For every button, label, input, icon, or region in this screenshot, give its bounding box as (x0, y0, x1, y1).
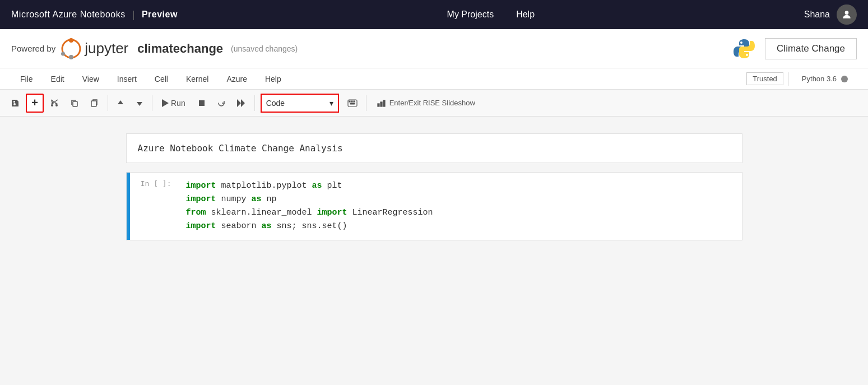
svg-rect-13 (354, 101, 355, 102)
menu-azure[interactable]: Azure (217, 71, 256, 87)
save-button[interactable] (6, 94, 25, 113)
rise-slideshow-button[interactable]: Enter/Exit RISE Slideshow (370, 94, 482, 113)
svg-rect-9 (199, 100, 205, 106)
move-up-button[interactable] (112, 94, 129, 113)
avatar[interactable] (837, 4, 857, 25)
notebook-content: Azure Notebook Climate Change Analysis I… (0, 117, 868, 341)
jupyter-text: jupyter (85, 40, 128, 57)
svg-rect-14 (350, 103, 355, 104)
python-logo-icon (732, 37, 756, 61)
menu-view[interactable]: View (73, 71, 108, 87)
jupyter-icon (60, 38, 82, 60)
run-button[interactable]: Run (156, 94, 192, 113)
keyboard-shortcut-button[interactable] (342, 94, 363, 113)
powered-by-area: Powered by jupyter climatechange (unsave… (11, 38, 298, 60)
toolbar: + Run Code ▾ (0, 90, 868, 117)
keyword-import-2: import (186, 194, 216, 204)
nav-my-projects[interactable]: My Projects (447, 10, 494, 20)
cell-type-value: Code (266, 99, 285, 108)
notebook-title-button[interactable]: Climate Change (765, 38, 857, 59)
svg-point-3 (69, 55, 73, 59)
code-line-2: import numpy as np (186, 193, 736, 206)
keyword-from: from (186, 208, 206, 217)
notebook-inner: Azure Notebook Climate Change Analysis I… (126, 133, 742, 240)
username-label: Shana (804, 10, 830, 20)
svg-rect-17 (383, 100, 385, 106)
menu-divider (788, 72, 788, 86)
top-nav: Microsoft Azure Notebooks | Preview My P… (0, 0, 868, 29)
stop-button[interactable] (193, 94, 211, 113)
svg-rect-8 (91, 101, 96, 106)
keyword-import-4: import (186, 221, 216, 231)
python-version-label: Python 3.6 (802, 75, 837, 83)
kernel-info: Python 3.6 (793, 75, 857, 83)
copy-button[interactable] (65, 94, 84, 113)
toolbar-separator-2 (152, 95, 152, 111)
svg-rect-7 (73, 101, 77, 106)
keyword-import-3: import (317, 208, 347, 217)
menu-insert[interactable]: Insert (108, 71, 146, 87)
markdown-cell[interactable]: Azure Notebook Climate Change Analysis (126, 133, 742, 163)
svg-point-0 (845, 11, 849, 15)
notebook-name[interactable]: climatechange (137, 41, 223, 56)
nav-help[interactable]: Help (516, 10, 535, 20)
rise-label: Enter/Exit RISE Slideshow (389, 99, 475, 107)
cell-type-dropdown[interactable]: Code ▾ (261, 94, 339, 113)
kernel-status-dot (841, 76, 848, 82)
svg-point-5 (740, 41, 742, 44)
paste-button[interactable] (85, 94, 104, 113)
brand-area: Microsoft Azure Notebooks | Preview (11, 9, 178, 21)
markdown-text: Azure Notebook Climate Change Analysis (138, 143, 343, 154)
cut-button[interactable] (45, 94, 64, 113)
dropdown-chevron-icon: ▾ (329, 99, 333, 108)
toolbar-separator-4 (366, 95, 366, 111)
restart-button[interactable] (212, 94, 231, 113)
keyword-as-2: as (252, 194, 262, 204)
add-cell-button[interactable]: + (26, 94, 44, 113)
code-line-1: import matplotlib.pyplot as plt (186, 179, 736, 193)
menu-edit[interactable]: Edit (42, 71, 73, 87)
top-nav-links: My Projects Help (447, 10, 535, 20)
user-area: Shana (804, 4, 857, 25)
cell-prompt: In [ ]: (130, 173, 180, 240)
keyword-as-1: as (312, 181, 322, 191)
svg-rect-16 (380, 102, 382, 106)
menu-cell[interactable]: Cell (146, 71, 177, 87)
header-right: Climate Change (732, 37, 857, 61)
cell-code-content[interactable]: import matplotlib.pyplot as plt import n… (180, 173, 742, 240)
jupyter-header: Powered by jupyter climatechange (unsave… (0, 29, 868, 68)
powered-by-text: Powered by (11, 44, 55, 53)
brand-name: Microsoft Azure Notebooks (11, 10, 126, 20)
svg-rect-12 (351, 101, 352, 102)
preview-label: Preview (142, 10, 178, 20)
code-line-4: import seaborn as sns; sns.set() (186, 220, 736, 233)
code-cell[interactable]: In [ ]: import matplotlib.pyplot as plt … (126, 172, 742, 240)
svg-point-4 (61, 52, 65, 55)
menu-file[interactable]: File (11, 71, 42, 87)
restart-run-button[interactable] (232, 94, 251, 113)
keyword-as-3: as (262, 221, 272, 231)
toolbar-separator-3 (254, 95, 255, 111)
svg-point-2 (69, 38, 73, 43)
unsaved-label: (unsaved changes) (231, 44, 298, 53)
menu-kernel[interactable]: Kernel (177, 71, 217, 87)
jupyter-logo: jupyter (60, 38, 128, 60)
bar-chart-icon (377, 99, 386, 107)
toolbar-separator-1 (108, 95, 108, 111)
keyword-import-1: import (186, 181, 216, 191)
trusted-badge: Trusted (746, 72, 783, 85)
code-line-3: from sklearn.linear_model import LinearR… (186, 206, 736, 220)
svg-rect-11 (349, 101, 350, 102)
svg-rect-15 (378, 104, 379, 106)
run-label: Run (171, 99, 185, 108)
nav-separator: | (132, 9, 135, 21)
svg-point-6 (746, 54, 748, 56)
menu-help[interactable]: Help (256, 71, 290, 87)
menu-bar: File Edit View Insert Cell Kernel Azure … (0, 68, 868, 90)
move-down-button[interactable] (131, 94, 148, 113)
